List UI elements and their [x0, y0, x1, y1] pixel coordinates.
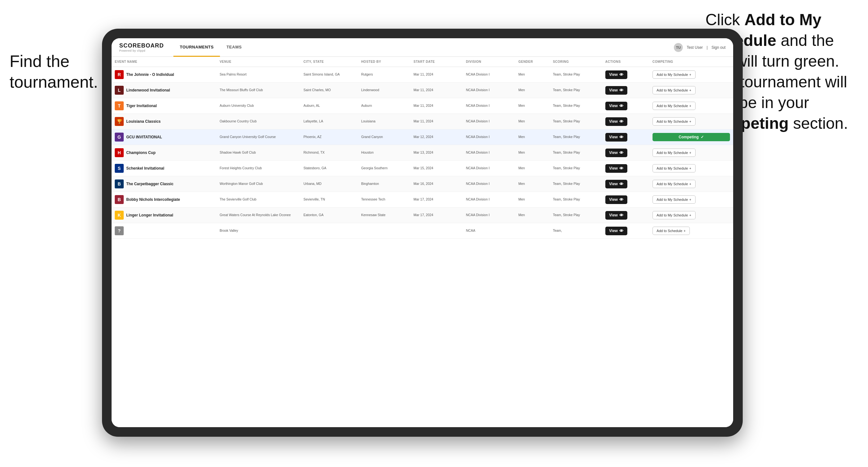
event-name: The Johnnie - O Individual	[126, 72, 174, 77]
view-button[interactable]: View 👁	[605, 195, 627, 204]
table-row: G GCU INVITATIONAL Grand Canyon Universi…	[112, 129, 733, 145]
division-cell: NCAA Division I	[463, 114, 515, 129]
add-to-schedule-button[interactable]: Add to My Schedule +	[652, 211, 695, 219]
gender-cell: Men	[515, 176, 550, 192]
plus-icon: +	[689, 182, 691, 186]
user-avatar: TU	[674, 43, 683, 52]
view-button[interactable]: View 👁	[605, 86, 627, 95]
event-name: Linger Longer Invitational	[126, 213, 173, 217]
team-logo: ?	[115, 226, 124, 235]
table-row: B The Carpetbagger Classic Worthington M…	[112, 176, 733, 192]
user-name: Test User	[687, 45, 703, 50]
team-logo: H	[115, 148, 124, 157]
city-cell: Lafayette, LA	[300, 114, 358, 129]
tab-tournaments[interactable]: TOURNAMENTS	[174, 38, 220, 57]
col-header-actions: ACTIONS	[602, 57, 649, 67]
table-row: T Tiger Invitational Auburn University C…	[112, 98, 733, 114]
eye-icon: 👁	[619, 103, 623, 108]
city-cell: Saint Charles, MO	[300, 83, 358, 98]
venue-cell: Sea Palms Resort	[216, 67, 300, 83]
team-logo: S	[115, 164, 124, 173]
actions-cell: View 👁	[602, 114, 649, 129]
division-cell: NCAA Division I	[463, 129, 515, 145]
add-to-schedule-button[interactable]: Add to Schedule +	[652, 227, 690, 235]
hosted-cell	[358, 223, 410, 239]
view-button[interactable]: View 👁	[605, 102, 627, 110]
view-button[interactable]: View 👁	[605, 180, 627, 188]
actions-cell: View 👁	[602, 98, 649, 114]
city-cell: Sevierville, TN	[300, 192, 358, 208]
division-cell: NCAA Division I	[463, 98, 515, 114]
venue-cell: The Sevierville Golf Club	[216, 192, 300, 208]
city-cell: Richmond, TX	[300, 145, 358, 161]
add-to-schedule-button[interactable]: Add to My Schedule +	[652, 149, 695, 157]
venue-cell: Grand Canyon University Golf Course	[216, 129, 300, 145]
event-cell: B Bobby Nichols Intercollegiate	[112, 192, 216, 208]
actions-cell: View 👁	[602, 67, 649, 83]
event-cell: L Lindenwood Invitational	[112, 83, 216, 98]
add-to-schedule-button[interactable]: Add to My Schedule +	[652, 195, 695, 204]
date-cell: Mar 15, 2024	[410, 161, 463, 176]
add-to-schedule-button[interactable]: Add to My Schedule +	[652, 164, 695, 173]
date-cell: Mar 13, 2024	[410, 145, 463, 161]
scoring-cell: Team, Stroke Play	[550, 129, 602, 145]
team-logo: 🏆	[115, 117, 124, 126]
actions-cell: View 👁	[602, 145, 649, 161]
gender-cell: Men	[515, 114, 550, 129]
scoring-cell: Team,	[550, 223, 602, 239]
actions-cell: View 👁	[602, 223, 649, 239]
add-to-schedule-button[interactable]: Add to My Schedule +	[652, 117, 695, 126]
competing-cell: Add to My Schedule +	[649, 192, 733, 208]
actions-cell: View 👁	[602, 83, 649, 98]
competing-cell: Add to Schedule +	[649, 223, 733, 239]
date-cell: Mar 17, 2024	[410, 192, 463, 208]
view-button[interactable]: View 👁	[605, 70, 627, 79]
date-cell: Mar 16, 2024	[410, 176, 463, 192]
table-row: L Lindenwood Invitational The Missouri B…	[112, 83, 733, 98]
col-header-event: EVENT NAME	[112, 57, 216, 67]
gender-cell: Men	[515, 83, 550, 98]
eye-icon: 👁	[619, 213, 623, 218]
add-to-schedule-button[interactable]: Add to My Schedule +	[652, 70, 695, 79]
venue-cell: Oakbourne Country Club	[216, 114, 300, 129]
division-cell: NCAA Division I	[463, 192, 515, 208]
gender-cell: Men	[515, 208, 550, 223]
event-name: Louisiana Classics	[126, 119, 161, 124]
event-cell: H Champions Cup	[112, 145, 216, 161]
venue-cell: Auburn University Club	[216, 98, 300, 114]
view-button[interactable]: View 👁	[605, 133, 627, 142]
view-button[interactable]: View 👁	[605, 227, 627, 235]
sign-out-link[interactable]: Sign out	[712, 45, 725, 50]
view-button[interactable]: View 👁	[605, 164, 627, 173]
date-cell: Mar 11, 2024	[410, 114, 463, 129]
eye-icon: 👁	[619, 88, 623, 93]
col-header-hosted: HOSTED BY	[358, 57, 410, 67]
table-row: B Bobby Nichols Intercollegiate The Sevi…	[112, 192, 733, 208]
add-to-schedule-button[interactable]: Add to My Schedule +	[652, 102, 695, 110]
plus-icon: +	[689, 198, 691, 201]
add-to-schedule-button[interactable]: Add to My Schedule +	[652, 180, 695, 188]
tournaments-table: EVENT NAME VENUE CITY, STATE HOSTED BY S…	[112, 57, 733, 239]
view-button[interactable]: View 👁	[605, 211, 627, 220]
table-row: H Champions Cup Shadow Hawk Golf ClubRic…	[112, 145, 733, 161]
eye-icon: 👁	[619, 151, 623, 155]
annotation-left: Find the tournament.	[9, 51, 99, 92]
event-name: GCU INVITATIONAL	[126, 135, 162, 139]
eye-icon: 👁	[619, 72, 623, 77]
date-cell: Mar 11, 2024	[410, 67, 463, 83]
city-cell: Phoenix, AZ	[300, 129, 358, 145]
event-cell: 🏆 Louisiana Classics	[112, 114, 216, 129]
plus-icon: +	[684, 229, 686, 233]
add-to-schedule-button[interactable]: Add to My Schedule +	[652, 86, 695, 94]
scoring-cell: Team, Stroke Play	[550, 98, 602, 114]
competing-button[interactable]: Competing ✓	[652, 133, 730, 141]
team-logo: B	[115, 195, 124, 204]
division-cell: NCAA Division I	[463, 176, 515, 192]
view-button[interactable]: View 👁	[605, 117, 627, 126]
competing-cell: Add to My Schedule +	[649, 161, 733, 176]
view-button[interactable]: View 👁	[605, 149, 627, 157]
eye-icon: 👁	[619, 197, 623, 202]
competing-cell: Competing ✓	[649, 129, 733, 145]
tab-teams[interactable]: TEAMS	[220, 38, 248, 57]
table-row: K Linger Longer Invitational Great Water…	[112, 208, 733, 223]
